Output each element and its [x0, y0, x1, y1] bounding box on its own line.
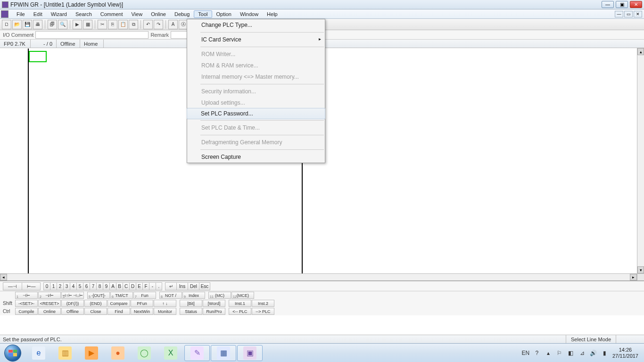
- key--[interactable]: -: [149, 282, 156, 290]
- scroll-down-icon[interactable]: ▾: [637, 266, 644, 273]
- menu-debug[interactable]: Debug: [170, 10, 194, 18]
- h-scroll-track[interactable]: [7, 274, 630, 280]
- fn-shift-11[interactable]: Inst.1: [229, 300, 251, 307]
- menu-option[interactable]: Option: [212, 10, 236, 18]
- task-firefox[interactable]: ●: [105, 345, 131, 361]
- menu-item-change-plc-type-[interactable]: Change PLC Type...: [187, 19, 325, 31]
- key-5[interactable]: 5: [76, 282, 83, 290]
- fn-12[interactable]: (MCE)12: [231, 292, 254, 299]
- scroll-right-icon[interactable]: ▸: [630, 274, 637, 280]
- key-B[interactable]: B: [116, 282, 123, 290]
- task-paint[interactable]: ✎: [184, 345, 210, 361]
- help-icon[interactable]: ?: [533, 349, 541, 357]
- key-D[interactable]: D: [129, 282, 136, 290]
- clock[interactable]: 14:26 27/11/2017: [612, 347, 640, 359]
- fn-6[interactable]: Fun7: [133, 292, 156, 299]
- menu-online[interactable]: Online: [147, 10, 170, 18]
- tray-up-icon[interactable]: ▴: [545, 349, 552, 357]
- preview-icon[interactable]: 🗐: [48, 20, 57, 29]
- key-7[interactable]: 7: [90, 282, 96, 290]
- menu-file[interactable]: File: [12, 10, 29, 18]
- cut-icon[interactable]: ✂: [98, 20, 107, 29]
- v-scroll-track[interactable]: [637, 55, 644, 266]
- fn-shift-3[interactable]: (END): [84, 300, 107, 307]
- task-fpwin[interactable]: ▣: [237, 345, 263, 361]
- key-Del[interactable]: Del: [188, 282, 199, 290]
- redo-icon[interactable]: ↷: [154, 20, 163, 29]
- key-2[interactable]: 2: [57, 282, 63, 290]
- task-explorer[interactable]: ▥: [52, 345, 78, 361]
- key-1[interactable]: 1: [50, 282, 57, 290]
- vertical-scrollbar[interactable]: ▴ ▾: [637, 48, 644, 273]
- flag-icon[interactable]: ⚐: [556, 349, 563, 357]
- tool1-icon[interactable]: ▦: [83, 20, 92, 29]
- key-E[interactable]: E: [136, 282, 142, 290]
- io-comment-input[interactable]: [35, 31, 149, 39]
- open-icon[interactable]: 📂: [12, 20, 22, 29]
- key-6[interactable]: 6: [83, 282, 90, 290]
- undo-icon[interactable]: ↶: [143, 20, 153, 29]
- key-4[interactable]: 4: [70, 282, 76, 290]
- menu-wizard[interactable]: Wizard: [47, 10, 71, 18]
- menu-window[interactable]: Window: [236, 10, 263, 18]
- fn-shift-12[interactable]: Inst.2: [252, 300, 274, 307]
- menu-view[interactable]: View: [127, 10, 147, 18]
- menu-item-set-plc-password-[interactable]: Set PLC Password...: [187, 108, 325, 119]
- fn-0[interactable]: ⊣⊢1: [15, 292, 38, 299]
- fn-ctrl-0[interactable]: Compile: [15, 308, 38, 315]
- fn-ctrl-12[interactable]: --> PLC: [252, 308, 274, 315]
- sym-btn[interactable]: ⊢—: [22, 282, 41, 290]
- menu-item-screen-capture[interactable]: Screen Capture: [187, 151, 325, 163]
- duplicate-icon[interactable]: ⧉: [129, 20, 138, 29]
- fn-ctrl-6[interactable]: Monitor: [154, 308, 176, 315]
- key-Ins[interactable]: Ins: [176, 282, 188, 290]
- scroll-left-icon[interactable]: ◂: [0, 274, 7, 280]
- minimize-button[interactable]: ―: [602, 1, 614, 8]
- menu-help[interactable]: Help: [263, 10, 282, 18]
- fn-shift-2[interactable]: (DF(/)): [61, 300, 84, 307]
- copy-icon[interactable]: ⎘: [108, 20, 117, 29]
- key-C[interactable]: C: [123, 282, 129, 290]
- mdi-minimize[interactable]: ―: [615, 11, 623, 17]
- fn-ctrl-5[interactable]: NextWin: [131, 308, 153, 315]
- key-↵[interactable]: ↵: [165, 282, 176, 290]
- menu-comment[interactable]: Comment: [96, 10, 127, 18]
- fn-shift-6[interactable]: ↑ ↓: [154, 300, 176, 307]
- fn-ctrl-9[interactable]: Run/Pro: [203, 308, 225, 315]
- fn-ctrl-2[interactable]: Offline: [61, 308, 84, 315]
- scroll-up-icon[interactable]: ▴: [637, 48, 644, 55]
- mdi-restore[interactable]: ▭: [624, 11, 633, 17]
- fn-11[interactable]: (MC)11: [208, 292, 231, 299]
- fn-8[interactable]: NOT /8: [159, 292, 182, 299]
- task-utorrent[interactable]: ◯: [132, 345, 157, 361]
- key-F[interactable]: F: [142, 282, 149, 290]
- task-excel[interactable]: X: [158, 345, 183, 361]
- maximize-button[interactable]: ▣: [616, 1, 628, 8]
- key-Esc[interactable]: Esc: [199, 282, 210, 290]
- text-a-icon[interactable]: A: [168, 20, 178, 29]
- fn-4[interactable]: -[OUT]-5: [87, 292, 110, 299]
- mdi-close[interactable]: ✕: [634, 11, 642, 17]
- menu-item-ic-card-service[interactable]: IC Card Service: [187, 34, 325, 45]
- tray-lang[interactable]: EN: [522, 349, 529, 357]
- security-icon[interactable]: ◧: [567, 349, 575, 357]
- horizontal-scrollbar[interactable]: ◂ ▸: [0, 273, 637, 280]
- key-8[interactable]: 8: [96, 282, 103, 290]
- fn-ctrl-11[interactable]: <-- PLC: [229, 308, 251, 315]
- menu-search[interactable]: Search: [71, 10, 96, 18]
- key-.[interactable]: .: [156, 282, 162, 290]
- save-icon[interactable]: 💾: [23, 20, 32, 29]
- close-button[interactable]: ✕: [630, 1, 642, 8]
- new-icon[interactable]: 🗋: [2, 20, 11, 29]
- fn-ctrl-4[interactable]: Find: [107, 308, 130, 315]
- sym-btn[interactable]: —⊣: [3, 282, 22, 290]
- fn-shift-8[interactable]: [Bit]: [180, 300, 202, 307]
- key-0[interactable]: 0: [43, 282, 50, 290]
- print-icon[interactable]: 🖶: [33, 20, 42, 29]
- fn-1[interactable]: ⊣⁄⊢2: [38, 292, 61, 299]
- volume-icon[interactable]: 🔊: [590, 349, 597, 357]
- fn-5[interactable]: TM/CT6: [110, 292, 133, 299]
- key-3[interactable]: 3: [63, 282, 70, 290]
- mdi-icon[interactable]: [1, 10, 8, 18]
- start-button[interactable]: [0, 344, 25, 362]
